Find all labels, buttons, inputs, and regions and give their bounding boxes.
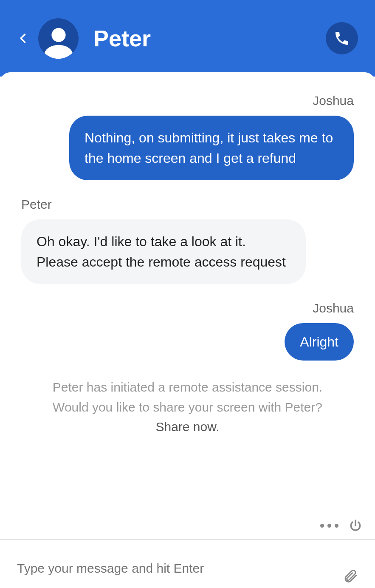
message-row: Oh okay. I'd like to take a look at it. … — [21, 219, 354, 284]
person-icon — [42, 25, 76, 59]
chat-header: Peter — [0, 0, 375, 77]
message-input[interactable] — [17, 561, 343, 576]
chevron-left-icon — [17, 32, 29, 44]
chat-body: Joshua Nothing, on submitting, it just t… — [0, 72, 375, 502]
message-bubble-outgoing: Alright — [285, 323, 354, 361]
phone-icon — [333, 30, 350, 47]
actions-row — [0, 502, 375, 539]
contact-avatar[interactable] — [38, 18, 79, 59]
dots-icon — [320, 524, 324, 528]
back-button[interactable] — [17, 32, 30, 45]
system-message: Peter has initiated a remote assistance … — [21, 378, 354, 437]
system-text-line: Would you like to share your screen with… — [53, 400, 322, 414]
attach-button[interactable] — [343, 551, 358, 585]
message-row: Nothing, on submitting, it just takes me… — [21, 116, 354, 180]
contact-name: Peter — [93, 25, 151, 51]
message-bubble-incoming: Oh okay. I'd like to take a look at it. … — [21, 219, 306, 284]
more-options-button[interactable] — [320, 524, 338, 528]
end-session-button[interactable] — [349, 519, 362, 532]
dots-icon — [335, 524, 338, 528]
dots-icon — [327, 524, 331, 528]
power-icon — [349, 519, 362, 532]
message-input-bar — [0, 539, 375, 588]
sender-label: Joshua — [21, 301, 354, 315]
message-row: Alright — [21, 323, 354, 361]
sender-label: Peter — [21, 197, 354, 212]
system-text-line: Peter has initiated a remote assistance … — [53, 380, 322, 394]
paperclip-icon — [343, 568, 358, 584]
call-button[interactable] — [326, 22, 358, 54]
sender-label: Joshua — [21, 94, 354, 108]
message-bubble-outgoing: Nothing, on submitting, it just takes me… — [69, 116, 354, 180]
header-left: Peter — [17, 18, 151, 59]
share-now-link[interactable]: Share now. — [155, 420, 219, 434]
